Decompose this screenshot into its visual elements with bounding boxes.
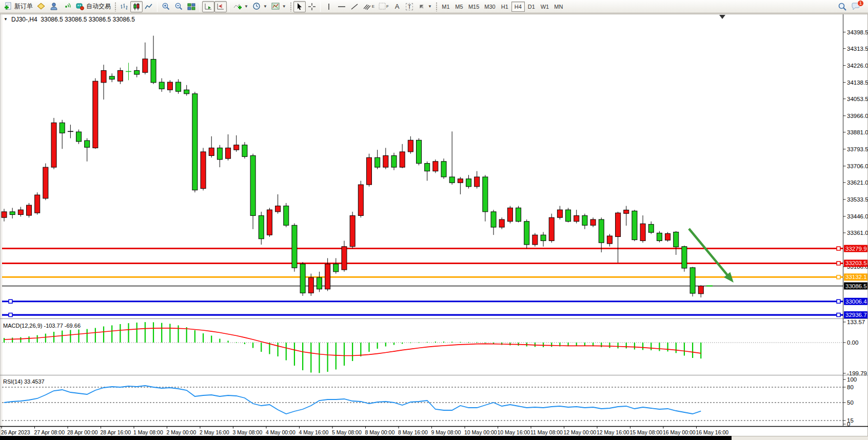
hline-handle[interactable] bbox=[837, 262, 840, 265]
timeframe-button-M30[interactable]: M30 bbox=[482, 2, 498, 12]
macd-histogram-bar bbox=[87, 329, 88, 343]
timeframe-button-M15[interactable]: M15 bbox=[466, 2, 482, 12]
signals-button[interactable] bbox=[61, 1, 73, 12]
price-line-label: 33279.9 bbox=[845, 246, 867, 252]
macd-histogram-bar bbox=[427, 342, 428, 343]
candle-down bbox=[391, 155, 397, 167]
auto-scroll-button[interactable] bbox=[202, 1, 214, 12]
hline-handle[interactable] bbox=[9, 299, 12, 303]
macd-scale-label: 133.57 bbox=[847, 319, 865, 325]
candle-up bbox=[549, 217, 554, 241]
toolbar-separator bbox=[157, 2, 157, 12]
price-tick-label: 34226.0 bbox=[847, 63, 868, 69]
channel-tool-button[interactable]: F bbox=[377, 1, 391, 12]
hline-handle[interactable] bbox=[9, 313, 12, 317]
timeframe-button-H1[interactable]: H1 bbox=[498, 2, 511, 12]
trendline-tool-button[interactable] bbox=[348, 1, 361, 12]
candlestick-chart-button[interactable] bbox=[130, 1, 143, 12]
toolbar-grip[interactable] bbox=[436, 2, 438, 11]
candle-up bbox=[201, 152, 206, 189]
search-button[interactable] bbox=[836, 1, 849, 12]
candle-down bbox=[674, 232, 679, 247]
candle-up bbox=[325, 264, 330, 289]
macd-histogram-bar bbox=[103, 327, 104, 343]
cursor-tool-button[interactable] bbox=[293, 1, 306, 12]
templates-button[interactable]: ▼ bbox=[269, 1, 288, 12]
arrows-tool-button[interactable]: ▼ bbox=[416, 1, 434, 12]
timeframe-button-D1[interactable]: D1 bbox=[525, 2, 538, 12]
macd-histogram-bar bbox=[128, 323, 129, 343]
notifications-button[interactable]: 1 bbox=[849, 1, 863, 12]
bar-chart-button[interactable] bbox=[118, 1, 130, 12]
macd-histogram-bar bbox=[4, 338, 5, 343]
candle-up bbox=[408, 140, 413, 152]
hline-handle[interactable] bbox=[837, 299, 840, 303]
profile-button[interactable] bbox=[35, 1, 48, 12]
candle-up bbox=[93, 81, 98, 148]
new-order-button[interactable]: 新订单 bbox=[2, 1, 35, 12]
chart-shift-button[interactable] bbox=[214, 1, 227, 12]
periods-button[interactable]: ▼ bbox=[250, 1, 269, 12]
candle-down bbox=[10, 212, 15, 215]
candle-up bbox=[35, 195, 40, 213]
candle-down bbox=[375, 157, 380, 167]
horizontal-line-tool-button[interactable] bbox=[335, 1, 348, 12]
timeframe-button-W1[interactable]: W1 bbox=[538, 2, 552, 12]
hline-handle[interactable] bbox=[837, 275, 840, 279]
chevron-down-icon: ▼ bbox=[263, 4, 267, 9]
macd-histogram-bar bbox=[393, 343, 394, 345]
gold-chip-icon bbox=[37, 2, 46, 11]
arrows-shapes-icon bbox=[418, 3, 426, 11]
hline-handle[interactable] bbox=[837, 247, 840, 250]
macd-histogram-bar bbox=[443, 342, 444, 343]
macd-histogram-bar bbox=[120, 324, 121, 343]
price-tick-label: 33881.0 bbox=[847, 129, 868, 135]
person-icon bbox=[50, 2, 58, 11]
candle-up bbox=[590, 219, 596, 225]
toolbar-grip[interactable] bbox=[114, 2, 116, 11]
macd-histogram-bar bbox=[385, 343, 386, 347]
fibonacci-tool-button[interactable]: E bbox=[361, 1, 377, 12]
candle-up bbox=[226, 148, 231, 158]
bars-icon bbox=[120, 3, 128, 11]
macd-histogram-bar bbox=[45, 334, 46, 343]
price-tick-label: 33793.5 bbox=[847, 146, 868, 152]
macd-histogram-bar bbox=[20, 337, 21, 343]
macd-histogram-bar bbox=[244, 343, 245, 344]
zoom-out-button[interactable] bbox=[172, 1, 185, 12]
text-tool-button[interactable]: A bbox=[391, 1, 403, 12]
zoom-in-button[interactable] bbox=[160, 1, 172, 12]
candle-down bbox=[524, 222, 529, 245]
autotrade-button[interactable]: 自动交易 bbox=[73, 1, 113, 12]
timeframe-button-MN[interactable]: MN bbox=[551, 2, 565, 12]
indicators-button[interactable]: ▼ bbox=[231, 1, 250, 12]
toolbar-separator bbox=[320, 2, 321, 12]
notification-badge: 1 bbox=[857, 0, 864, 7]
candle-up bbox=[640, 224, 645, 241]
label-tool-button[interactable]: T bbox=[403, 1, 416, 12]
community-button[interactable] bbox=[48, 1, 61, 12]
vertical-line-tool-button[interactable] bbox=[323, 1, 335, 12]
timeframe-button-M5[interactable]: M5 bbox=[452, 2, 466, 12]
macd-histogram-bar bbox=[667, 343, 668, 351]
candle-down bbox=[76, 132, 82, 142]
chart-window[interactable]: ▼ DJ30-,H4 33086.5 33086.5 33086.5 33086… bbox=[0, 14, 868, 436]
macd-histogram-bar bbox=[352, 343, 353, 361]
tile-windows-button[interactable] bbox=[185, 1, 198, 12]
hline-handle[interactable] bbox=[837, 313, 840, 317]
text-tool-glyph: A bbox=[395, 3, 400, 10]
macd-scale-label: 0.00 bbox=[847, 339, 858, 346]
taskbar-edge bbox=[0, 436, 732, 440]
timeframe-button-M1[interactable]: M1 bbox=[439, 2, 452, 12]
channel-glyph: F bbox=[386, 4, 389, 9]
one-click-trading-toggle-icon[interactable]: ▼ bbox=[4, 17, 8, 22]
line-chart-button[interactable] bbox=[143, 1, 155, 12]
candle-down bbox=[690, 268, 695, 293]
rsi-scale-label: 100 bbox=[847, 376, 857, 383]
candle-down bbox=[292, 225, 297, 268]
chart-canvas[interactable]: 34398.534313.534226.034138.534053.533966… bbox=[0, 14, 868, 436]
timeframe-button-H4[interactable]: H4 bbox=[511, 2, 525, 12]
toolbar-grip[interactable] bbox=[290, 2, 292, 11]
crosshair-tool-button[interactable] bbox=[306, 1, 318, 12]
candle-up bbox=[51, 123, 56, 167]
